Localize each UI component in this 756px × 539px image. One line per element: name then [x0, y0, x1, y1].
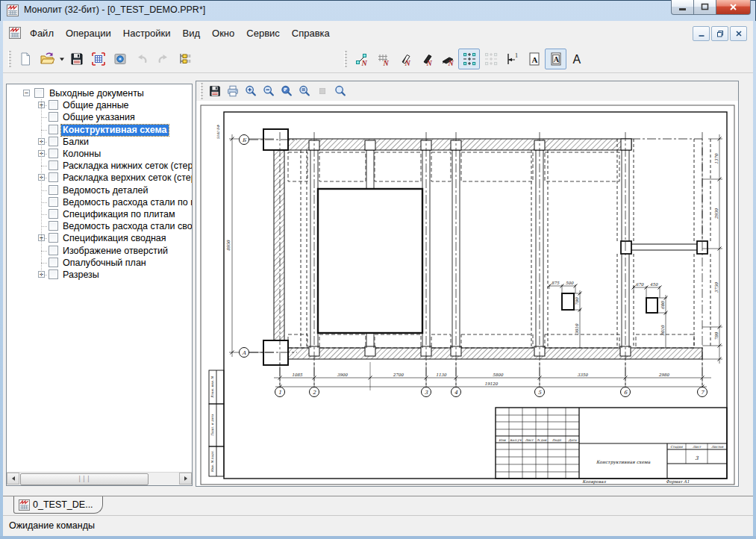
- stop-button[interactable]: [313, 83, 331, 99]
- item-checkbox[interactable]: [49, 209, 58, 219]
- tree-item-label[interactable]: Ведомость деталей: [61, 185, 149, 196]
- menu-item-1[interactable]: Операции: [60, 25, 117, 41]
- tree-item[interactable]: +Раскладка верхних сеток (стержне: [7, 172, 192, 184]
- maximize-button[interactable]: [694, 0, 716, 15]
- find-button[interactable]: [331, 83, 349, 99]
- frame-numbers-button[interactable]: [87, 49, 109, 69]
- tree-item[interactable]: +Спецификация сводная: [7, 232, 192, 244]
- scroll-right-button[interactable]: [179, 473, 192, 485]
- grid-points-button[interactable]: [458, 49, 480, 69]
- tree-item-label[interactable]: Спецификация сводная: [61, 233, 168, 244]
- open-document-button[interactable]: [36, 49, 57, 69]
- toolbar-grip[interactable]: [8, 51, 11, 67]
- query-section-button[interactable]: ?N: [393, 49, 415, 69]
- zoom-out-button[interactable]: [260, 83, 278, 99]
- tree-item-label-selected[interactable]: Конструктивная схема: [61, 125, 169, 136]
- tree-item-label[interactable]: Изображение отверстий: [61, 246, 169, 257]
- menu-item-4[interactable]: Окно: [206, 25, 240, 41]
- tree-item[interactable]: Опалубочный план: [7, 257, 192, 269]
- tree-item-label[interactable]: Ведомость расхода стали сводная: [61, 221, 192, 232]
- scroll-left-button[interactable]: [7, 473, 19, 485]
- tree-item[interactable]: Конструктивная схема: [7, 124, 192, 136]
- tree-item-label[interactable]: Колонны: [61, 149, 102, 160]
- tree-item[interactable]: Изображение отверстий: [7, 245, 192, 257]
- item-checkbox[interactable]: [49, 221, 58, 231]
- zoom-window-button[interactable]: [278, 83, 296, 99]
- tree-item[interactable]: +Разрезы: [7, 269, 192, 281]
- item-checkbox[interactable]: [49, 149, 58, 158]
- tree-item[interactable]: +Общие данные: [7, 99, 192, 111]
- query-node-button[interactable]: ?N: [350, 49, 372, 69]
- mdi-restore-button[interactable]: [711, 26, 728, 41]
- tree-item[interactable]: Ведомость расхода стали сводная: [7, 220, 192, 232]
- tree-item-label[interactable]: Общие указания: [61, 112, 137, 123]
- item-checkbox[interactable]: [49, 161, 58, 170]
- menu-item-3[interactable]: Вид: [177, 25, 207, 41]
- dimension-button[interactable]: 1: [502, 49, 523, 69]
- undo-button[interactable]: [131, 49, 152, 69]
- query-section-filled-button[interactable]: ?N: [415, 49, 437, 69]
- tree-item-label[interactable]: Ведомость расхода стали по плита: [61, 197, 192, 208]
- query-surface-button[interactable]: ?N: [437, 49, 458, 69]
- item-checkbox[interactable]: [49, 270, 58, 279]
- item-checkbox[interactable]: [49, 172, 58, 182]
- menu-item-5[interactable]: Сервис: [240, 25, 286, 41]
- minimize-button[interactable]: [671, 0, 694, 15]
- toolbar-grip[interactable]: [344, 51, 347, 67]
- image-settings-button[interactable]: [109, 49, 131, 69]
- menu-item-0[interactable]: Файл: [24, 25, 60, 41]
- save-view-button[interactable]: [206, 83, 224, 99]
- document-structure-button[interactable]: [174, 49, 196, 69]
- tree-item[interactable]: Ведомость деталей: [7, 184, 192, 196]
- document-tab[interactable]: 0_TEST_DE...: [13, 496, 103, 514]
- new-document-button[interactable]: [14, 49, 36, 69]
- item-checkbox[interactable]: [49, 185, 58, 195]
- titlebar[interactable]: Монолит (32-бит) - [0_TEST_DEMO.PPR*]: [0, 0, 756, 21]
- close-button[interactable]: [716, 0, 751, 15]
- tree-item[interactable]: +Колонны: [7, 148, 192, 160]
- drawing-canvas[interactable]: Взам. инв. N Подп. и дата Инв. N подл. 5…: [196, 101, 738, 486]
- collapse-minus-icon[interactable]: −: [23, 90, 30, 96]
- tree-item[interactable]: Ведомость расхода стали по плита: [7, 196, 192, 208]
- mdi-close-button[interactable]: [730, 26, 747, 41]
- item-checkbox[interactable]: [49, 100, 58, 110]
- item-checkbox[interactable]: [49, 197, 58, 207]
- tree-item[interactable]: +Балки: [7, 136, 192, 148]
- tree-item[interactable]: −Выходные документы: [7, 87, 192, 99]
- tree-item-label[interactable]: Балки: [61, 137, 90, 148]
- text-sheet-button[interactable]: A: [523, 49, 545, 69]
- print-button[interactable]: [224, 83, 242, 99]
- open-dropdown-button[interactable]: [57, 49, 66, 69]
- grid-points-alt-button[interactable]: [480, 49, 502, 69]
- tree-horizontal-scrollbar[interactable]: |||: [7, 472, 192, 485]
- toolbar-grip[interactable]: [200, 83, 203, 99]
- tree-item-label[interactable]: Раскладка верхних сеток (стержне: [61, 172, 192, 184]
- menu-item-2[interactable]: Настройки: [117, 25, 177, 41]
- redo-button[interactable]: [152, 49, 174, 69]
- text-plain-button[interactable]: A: [566, 49, 588, 69]
- zoom-extents-button[interactable]: [296, 83, 313, 99]
- tree-item[interactable]: Раскладка нижних сеток (стержне: [7, 160, 192, 172]
- zoom-in-button[interactable]: [242, 83, 260, 99]
- tree-item[interactable]: Общие указания: [7, 111, 192, 123]
- tree-item-label[interactable]: Спецификация по плитам: [61, 209, 177, 220]
- save-document-button[interactable]: [66, 49, 87, 69]
- tree-item-label[interactable]: Выходные документы: [48, 88, 146, 99]
- tree-item-label[interactable]: Опалубочный план: [61, 258, 148, 269]
- item-checkbox[interactable]: [49, 112, 58, 122]
- item-checkbox[interactable]: [49, 125, 58, 134]
- scrollbar-thumb[interactable]: |||: [20, 473, 149, 485]
- item-checkbox[interactable]: [34, 88, 44, 98]
- text-sheet-frame-button[interactable]: A: [545, 49, 566, 69]
- mdi-minimize-button[interactable]: [693, 26, 710, 41]
- item-checkbox[interactable]: [49, 258, 58, 267]
- tree-item-label[interactable]: Разрезы: [61, 270, 101, 281]
- item-checkbox[interactable]: [49, 233, 58, 243]
- query-mesh-button[interactable]: ?N: [372, 49, 393, 69]
- tree-item-label[interactable]: Раскладка нижних сеток (стержне: [61, 161, 192, 172]
- tree-item-label[interactable]: Общие данные: [61, 100, 131, 111]
- menu-item-6[interactable]: Справка: [286, 25, 336, 41]
- item-checkbox[interactable]: [49, 246, 58, 255]
- tree-item[interactable]: Спецификация по плитам: [7, 208, 192, 220]
- item-checkbox[interactable]: [49, 137, 58, 146]
